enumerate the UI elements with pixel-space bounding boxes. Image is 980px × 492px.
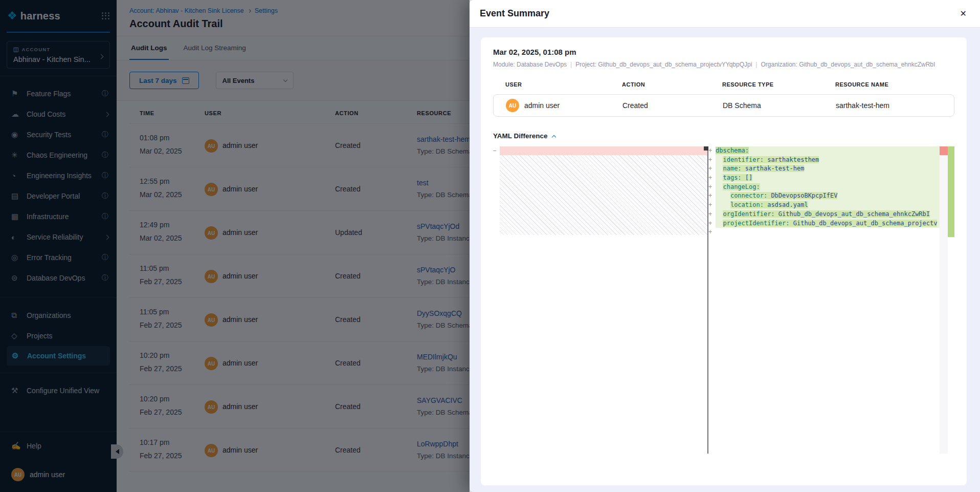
diff-right-pane: +dbschema:+ identifier: sarthaktesthem+ … bbox=[708, 146, 954, 454]
event-user: AU admin user bbox=[506, 99, 622, 112]
event-resource-type: DB Schema bbox=[723, 101, 836, 110]
diff-removed-marker-bar bbox=[940, 146, 948, 155]
diff-added-line: + location: asdsad.yaml bbox=[708, 201, 954, 210]
event-module: Module: Database DevOps bbox=[493, 61, 567, 68]
diff-added-line: +dbschema: bbox=[708, 146, 954, 156]
diff-left-pane bbox=[500, 146, 707, 454]
event-meta: Module: Database DevOps|Project: Github_… bbox=[493, 61, 954, 68]
drawer-title: Event Summary bbox=[480, 8, 549, 19]
event-timestamp: Mar 02, 2025, 01:08 pm bbox=[493, 48, 954, 56]
diff-added-line: + tags: [] bbox=[708, 174, 954, 183]
chevron-up-icon bbox=[551, 135, 555, 139]
modal-dim-overlay[interactable] bbox=[0, 0, 470, 492]
diff-added-gutter: + bbox=[708, 164, 716, 174]
diff-added-gutter: + bbox=[708, 201, 716, 210]
diff-added-line: + orgIdentifier: Github_db_devops_aut_db… bbox=[708, 210, 954, 219]
event-table-row: AU admin user Created DB Schema sarthak-… bbox=[493, 94, 954, 117]
diff-added-line: + changeLog: bbox=[708, 183, 954, 192]
drawer-body: Mar 02, 2025, 01:08 pm Module: Database … bbox=[470, 28, 980, 492]
column-header-user: USER bbox=[505, 81, 622, 88]
close-icon[interactable]: ✕ bbox=[960, 10, 967, 18]
diff-added-gutter: + bbox=[708, 219, 716, 228]
diff-added-gutter: + bbox=[708, 183, 716, 192]
event-project: Project: Github_db_devops_aut_db_schema_… bbox=[575, 61, 752, 68]
event-resource-name: sarthak-test-hem bbox=[836, 101, 954, 110]
diff-scroll-track bbox=[940, 146, 948, 454]
diff-added-line: + connector: DbDevopsoBKpcpIfEV bbox=[708, 191, 954, 201]
diff-added-gutter: + bbox=[708, 228, 716, 237]
user-avatar: AU bbox=[506, 99, 519, 112]
event-summary-drawer: Event Summary ✕ Mar 02, 2025, 01:08 pm M… bbox=[470, 0, 980, 492]
column-header-action: ACTION bbox=[622, 81, 722, 88]
screen: ❖ harness ◫ ACCOUNT Abhinav - Kitchen Si… bbox=[0, 0, 980, 492]
diff-added-gutter: + bbox=[708, 156, 716, 165]
event-organization: Organization: Github_db_devops_aut_db_sc… bbox=[761, 61, 935, 68]
diff-added-gutter: + bbox=[708, 191, 716, 201]
column-header-resource-type: RESOURCE TYPE bbox=[722, 81, 835, 88]
event-table-header: USER ACTION RESOURCE TYPE RESOURCE NAME bbox=[493, 81, 954, 88]
diff-added-line: + name: sarthak-test-hem bbox=[708, 164, 954, 174]
diff-empty-hatch bbox=[500, 155, 707, 235]
diff-added-gutter: + bbox=[708, 146, 716, 156]
drawer-header: Event Summary ✕ bbox=[470, 0, 980, 28]
event-action: Created bbox=[622, 101, 723, 110]
diff-added-lines: +dbschema:+ identifier: sarthaktesthem+ … bbox=[708, 146, 954, 237]
diff-added-line: + bbox=[708, 228, 954, 237]
diff-added-line: + projectIdentifier: Github_db_devops_au… bbox=[708, 219, 954, 228]
yaml-difference-toggle[interactable]: YAML Difference bbox=[493, 132, 954, 140]
diff-added-marker-bar[interactable] bbox=[948, 146, 954, 237]
diff-added-gutter: + bbox=[708, 174, 716, 183]
diff-added-gutter: + bbox=[708, 210, 716, 219]
diff-removed-line bbox=[500, 146, 707, 155]
yaml-diff-viewer: − +dbschema:+ identifier: sarthaktesthem… bbox=[493, 146, 954, 454]
event-card: Mar 02, 2025, 01:08 pm Module: Database … bbox=[481, 37, 967, 485]
diff-added-line: + identifier: sarthaktesthem bbox=[708, 156, 954, 165]
column-header-resource-name: RESOURCE NAME bbox=[835, 81, 954, 88]
diff-removed-gutter: − bbox=[493, 146, 500, 454]
